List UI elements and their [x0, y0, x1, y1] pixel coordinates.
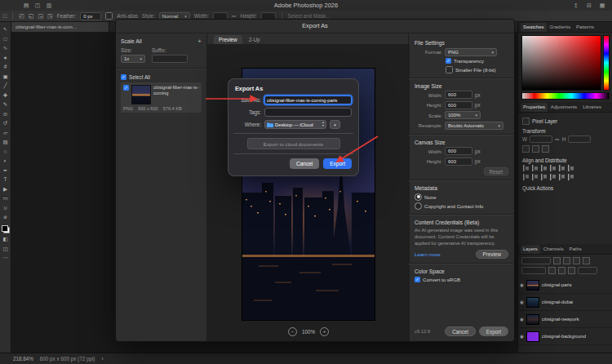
distribute-v-icon[interactable]: [531, 174, 538, 180]
quick-select-tool-icon[interactable]: ∗: [2, 55, 10, 61]
brush-tool-icon[interactable]: ✎: [2, 101, 10, 108]
layer-name[interactable]: citisignal-paris: [542, 282, 572, 287]
hue-slider[interactable]: [603, 35, 610, 91]
expand-sheet-icon[interactable]: ▾: [330, 120, 340, 129]
align-bottom-icon[interactable]: [567, 165, 574, 171]
align-header[interactable]: Align and Distribute: [522, 158, 609, 163]
layer-visibility-icon[interactable]: ◉: [520, 282, 524, 288]
feather-input[interactable]: 0 px: [80, 12, 101, 20]
filename-input[interactable]: citisignal-fiber-max-is-coming-paris: [264, 95, 352, 104]
layer-thumbnail[interactable]: [526, 331, 539, 342]
new-selection-icon[interactable]: ◰: [19, 13, 24, 20]
lasso-tool-icon[interactable]: ∿: [2, 45, 10, 51]
status-chevron-icon[interactable]: ›: [101, 356, 103, 362]
resample-select[interactable]: Bicubic Automatic: [445, 122, 503, 130]
dialog-cancel-button[interactable]: Cancel: [445, 326, 476, 336]
move-tool-icon[interactable]: ↖: [2, 26, 10, 33]
link-transform-icon[interactable]: ∾: [555, 136, 560, 143]
frame-tool-icon[interactable]: ▣: [2, 73, 10, 80]
layer-thumbnail[interactable]: [526, 314, 539, 325]
eraser-tool-icon[interactable]: ▱: [2, 130, 10, 136]
lock-position-icon[interactable]: [568, 267, 575, 274]
layer-filter-icon[interactable]: [583, 257, 590, 264]
metadata-none-radio[interactable]: [415, 193, 422, 201]
tab-layers[interactable]: Layers: [521, 245, 540, 254]
layer-name[interactable]: citisignal-dubai: [542, 300, 573, 304]
smaller-file-checkbox[interactable]: [446, 66, 453, 73]
transform-height-input[interactable]: [568, 135, 591, 143]
hand-tool-icon[interactable]: ∪: [2, 205, 10, 211]
lock-pixels-icon[interactable]: [558, 267, 565, 274]
path-select-tool-icon[interactable]: ▶: [2, 186, 10, 193]
transform-header[interactable]: Transform: [522, 128, 609, 134]
zoom-level-field[interactable]: 218.84%: [13, 356, 33, 362]
distribute-left-icon[interactable]: [540, 174, 547, 180]
select-and-mask-button[interactable]: Select and Mask...: [288, 13, 330, 19]
healing-tool-icon[interactable]: ✚: [2, 92, 10, 99]
layer-filter-icon[interactable]: [553, 257, 561, 264]
layer-row[interactable]: ◉ citisignal-dubai: [518, 294, 612, 311]
document-tab[interactable]: citisignal-fiber-max-is-com...: [11, 22, 109, 32]
layer-thumbnail[interactable]: [526, 280, 539, 291]
layer-visibility-icon[interactable]: ◉: [520, 316, 524, 322]
layer-filter-icon[interactable]: [573, 257, 580, 264]
tab-2up[interactable]: 2-Up: [244, 35, 265, 44]
canvas-height-input[interactable]: 600: [445, 158, 472, 166]
type-tool-icon[interactable]: T: [2, 176, 10, 183]
zoom-tool-icon[interactable]: ⌀: [2, 214, 10, 220]
layer-filter-select[interactable]: [521, 257, 551, 264]
where-popup[interactable]: Desktop — iCloud ▴▾: [264, 120, 326, 129]
tab-swatches[interactable]: Swatches: [521, 23, 547, 32]
tab-channels[interactable]: Channels: [541, 245, 566, 254]
layer-name[interactable]: citisignal-newyork: [542, 317, 579, 322]
zoom-out-icon[interactable]: −: [288, 327, 297, 336]
workspace-icon[interactable]: ▦: [597, 0, 607, 11]
tab-patterns[interactable]: Patterns: [574, 23, 596, 32]
transform-option-icon[interactable]: [542, 145, 549, 153]
color-ramp[interactable]: [521, 92, 610, 100]
canvas-width-input[interactable]: 600: [445, 147, 472, 155]
transform-option-icon[interactable]: [522, 145, 530, 153]
anti-alias-checkbox[interactable]: [105, 12, 113, 20]
align-right-icon[interactable]: [540, 165, 547, 171]
align-top-icon[interactable]: [549, 165, 556, 171]
transform-width-input[interactable]: [530, 135, 552, 143]
transform-option-icon[interactable]: [532, 145, 539, 153]
share-icon[interactable]: ↥: [571, 0, 581, 11]
cloud-documents-button[interactable]: Export to cloud documents: [247, 138, 340, 149]
distribute-top-icon[interactable]: [558, 174, 565, 180]
tab-properties[interactable]: Properties: [521, 103, 548, 112]
lock-transparency-icon[interactable]: [548, 267, 556, 274]
layer-filter-icon[interactable]: [563, 257, 570, 264]
size-select[interactable]: 1x: [121, 55, 145, 63]
item-checkbox[interactable]: [123, 85, 129, 91]
scale-select[interactable]: 100%: [445, 111, 481, 119]
eyedropper-tool-icon[interactable]: ╱: [2, 82, 10, 89]
quick-actions-header[interactable]: Quick Actions: [522, 185, 609, 191]
tab-preview[interactable]: Preview: [214, 35, 242, 44]
shape-tool-icon[interactable]: ▭: [2, 195, 10, 202]
format-select[interactable]: PNG: [445, 48, 497, 56]
metadata-copyright-radio[interactable]: [415, 202, 422, 210]
learn-more-link[interactable]: Learn more: [415, 251, 441, 257]
tab-adjustments[interactable]: Adjustments: [548, 103, 579, 112]
add-scale-icon[interactable]: +: [197, 38, 202, 45]
foreground-color-swatch[interactable]: [2, 225, 8, 232]
sheet-cancel-button[interactable]: Cancel: [290, 158, 319, 169]
add-selection-icon[interactable]: ◱: [29, 13, 34, 20]
distribute-h-icon[interactable]: [522, 174, 529, 180]
align-center-v-icon[interactable]: [558, 165, 565, 171]
history-brush-tool-icon[interactable]: ↺: [2, 120, 10, 127]
edit-toolbar-icon[interactable]: ⋯: [2, 255, 10, 261]
subtract-selection-icon[interactable]: ◲: [38, 13, 43, 20]
blend-mode-select[interactable]: [521, 267, 546, 274]
layer-row[interactable]: ◉ citisignal-newyork: [518, 311, 612, 328]
comments-icon[interactable]: ⊟: [584, 0, 594, 11]
align-center-h-icon[interactable]: [531, 165, 538, 171]
layer-visibility-icon[interactable]: ◉: [520, 299, 524, 305]
suffix-input[interactable]: [152, 55, 188, 63]
intersect-selection-icon[interactable]: ◳: [47, 13, 53, 20]
select-all-checkbox[interactable]: [121, 74, 126, 80]
marquee-tool-icon[interactable]: □: [2, 36, 10, 42]
convert-srgb-checkbox[interactable]: [415, 277, 420, 282]
